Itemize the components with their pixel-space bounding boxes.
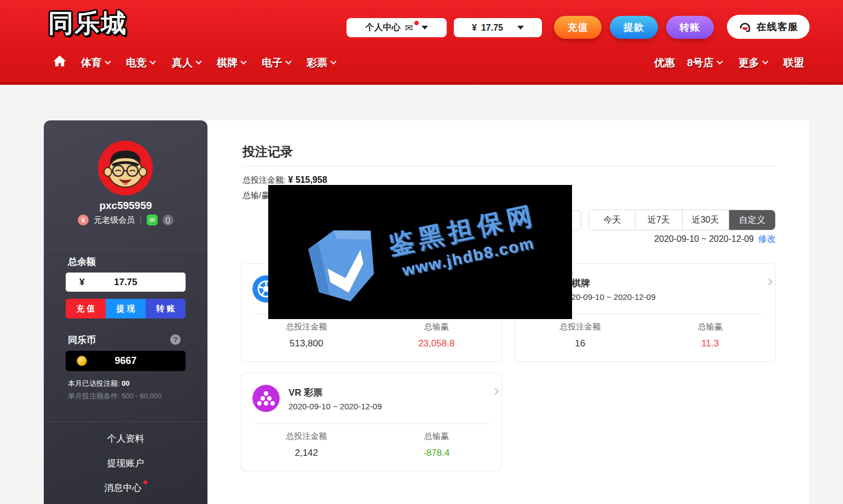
- online-service-button[interactable]: 在线客服: [727, 15, 810, 39]
- stat-value: 16: [515, 338, 645, 349]
- nav-item-alliance[interactable]: 联盟: [783, 56, 804, 70]
- page: 同乐城 个人中心 ✉ ¥ 17.75 充值 提款 转账 在线客服: [0, 0, 843, 504]
- user-badges: ♛ 元老级会员 | ✉: [44, 215, 207, 225]
- crown-icon: ♛: [78, 215, 89, 225]
- nav-item-sports[interactable]: 体育: [81, 56, 110, 70]
- total-bet-value: ¥ 515,958: [288, 175, 327, 184]
- card-header: VR 彩票 2020-09-10 ~ 2020-12-09: [252, 381, 490, 416]
- nav-item-more[interactable]: 更多: [738, 56, 767, 70]
- withdraw-button[interactable]: 提款: [610, 16, 658, 39]
- balance-amount: 17.75: [481, 23, 503, 33]
- currency-symbol: ¥: [472, 23, 477, 33]
- card-date-range: 2020-09-10 ~ 2020-12-09: [288, 402, 382, 411]
- stat-label: 总投注金额: [241, 431, 372, 442]
- message-icon[interactable]: ✉: [147, 215, 158, 225]
- filter-today[interactable]: 今天: [589, 210, 635, 230]
- nav-item-slots[interactable]: 电子: [262, 56, 291, 70]
- chevron-right-icon[interactable]: ›: [767, 271, 773, 290]
- coin-balance-box: 9667: [66, 351, 186, 371]
- sidebar-item-message-center[interactable]: 消息中心: [44, 482, 207, 494]
- divider: [252, 424, 490, 424]
- bet-card-vr-lottery[interactable]: VR 彩票 2020-09-10 ~ 2020-12-09 › 总投注金额 2,…: [241, 373, 502, 471]
- headset-icon: [738, 20, 752, 33]
- total-winloss-summary: 总输/赢: [242, 190, 269, 201]
- filter-30days[interactable]: 近30天: [682, 210, 729, 230]
- home-icon[interactable]: [52, 54, 67, 69]
- filter-custom[interactable]: 自定义: [729, 210, 775, 230]
- sidebar: pxc595959 ♛ 元老级会员 | ✉ 总余额 ¥ 17.75 充值 提现 …: [44, 120, 207, 504]
- monthly-requirement-value: 500 - 60,000: [122, 392, 161, 400]
- card-date-range: 2020-09-10 ~ 2020-12-09: [562, 292, 656, 302]
- stat-label: 总输赢: [372, 322, 502, 332]
- watermark-text: 鉴黑担保网 www.jhdb8.com: [385, 198, 544, 281]
- date-range: 2020-09-10 ~ 2020-12-09: [654, 234, 754, 244]
- sidebar-item-profile[interactable]: 个人资料: [44, 432, 207, 445]
- nav-item-promotions[interactable]: 优惠: [654, 56, 675, 70]
- divider: [44, 249, 207, 250]
- chevron-down-icon: [517, 26, 524, 30]
- recharge-button[interactable]: 充值: [554, 16, 602, 39]
- mail-icon: ✉: [405, 23, 417, 33]
- header: 同乐城 个人中心 ✉ ¥ 17.75 充值 提款 转账 在线客服: [0, 0, 843, 85]
- chevron-down-icon: [240, 59, 246, 65]
- total-balance-label: 总余额: [68, 256, 96, 268]
- transfer-button[interactable]: 转账: [666, 16, 714, 39]
- page-title: 投注记录: [242, 143, 293, 160]
- chevron-right-icon[interactable]: ›: [494, 381, 499, 399]
- filter-7days[interactable]: 近7天: [635, 210, 682, 230]
- nav-item-esports[interactable]: 电竞: [126, 56, 155, 70]
- stat-label: 总输赢: [645, 322, 776, 332]
- sidebar-recharge-button[interactable]: 充值: [66, 299, 106, 318]
- card-title: VR 彩票: [288, 386, 382, 399]
- stat-label: 总投注金额: [241, 322, 372, 332]
- monthly-requirement-line: 单月投注额条件: 500 - 60,000: [68, 391, 161, 401]
- online-service-label: 在线客服: [757, 20, 798, 33]
- phone-icon[interactable]: [163, 215, 174, 225]
- chevron-down-icon: [285, 59, 291, 65]
- date-filter-group: 今天 近7天 近30天 自定义: [588, 210, 776, 230]
- stat-value: 513,800: [241, 338, 372, 349]
- user-center-label: 个人中心: [366, 22, 401, 33]
- balance-dropdown[interactable]: ¥ 17.75: [454, 18, 542, 37]
- balance-field[interactable]: ¥ 17.75: [66, 273, 186, 292]
- total-bet-summary: 总投注金额: ¥ 515,958: [242, 175, 327, 186]
- divider: |: [140, 216, 142, 224]
- site-logo[interactable]: 同乐城: [48, 7, 127, 40]
- card-title: 乐棋牌: [562, 277, 656, 289]
- chevron-down-icon: [330, 59, 336, 65]
- coin-label: 同乐币: [68, 334, 96, 346]
- username: pxc595959: [44, 200, 207, 212]
- sidebar-transfer-button[interactable]: 转账: [146, 299, 186, 318]
- stat-value: -878.4: [372, 448, 502, 459]
- lottery-balls-icon: [252, 385, 280, 412]
- notification-dot: [143, 480, 147, 484]
- card-stats: 总投注金额 513,800 总输赢 23,058.8: [241, 322, 501, 349]
- divider: [242, 166, 776, 166]
- sidebar-item-withdraw-account[interactable]: 提现账户: [44, 457, 207, 470]
- chevron-down-icon: [422, 26, 428, 30]
- chevron-down-icon: [195, 59, 201, 65]
- monthly-bet-line: 本月已达投注额: 00: [68, 379, 130, 389]
- help-icon[interactable]: ?: [170, 334, 181, 345]
- monthly-bet-value: 00: [122, 379, 129, 387]
- chevron-down-icon: [717, 59, 723, 65]
- stat-value: 23,058.8: [372, 338, 502, 349]
- stat-label: 总输赢: [372, 431, 502, 442]
- user-center-dropdown[interactable]: 个人中心 ✉: [347, 18, 447, 37]
- nav-item-shop8[interactable]: 8号店: [687, 56, 722, 70]
- member-level: 元老级会员: [94, 215, 135, 225]
- chevron-down-icon: [105, 59, 111, 65]
- coin-icon: [77, 356, 87, 366]
- stat-value: 2,142: [241, 448, 372, 459]
- nav-item-board-games[interactable]: 棋牌: [217, 56, 246, 70]
- nav-item-lottery[interactable]: 彩票: [307, 56, 336, 70]
- sidebar-withdraw-button[interactable]: 提现: [106, 299, 146, 318]
- modify-link[interactable]: 修改: [758, 234, 776, 244]
- chevron-down-icon: [149, 59, 155, 65]
- main-nav: 体育 电竞 真人 棋牌 电子 彩票 优惠 8号店 更多 联盟: [0, 54, 843, 78]
- card-stats: 总投注金额 2,142 总输赢 -878.4: [241, 431, 501, 459]
- avatar[interactable]: [98, 141, 153, 195]
- card-stats: 总投注金额 16 总输赢 11.3: [515, 322, 775, 349]
- nav-item-live[interactable]: 真人: [172, 56, 201, 70]
- stat-label: 总投注金额: [515, 322, 645, 332]
